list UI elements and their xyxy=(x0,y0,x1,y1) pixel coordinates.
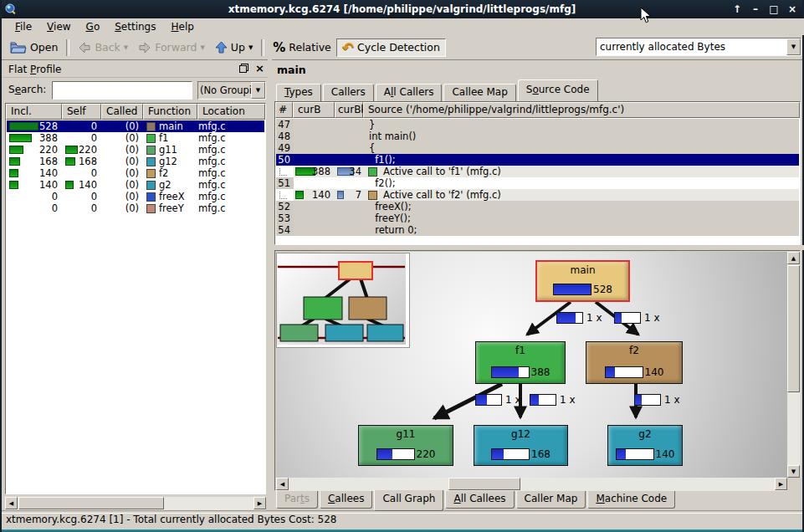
table-row-freeX[interactable]: 0 0 (0) freeX mfg.c xyxy=(7,191,264,202)
source-line[interactable]: 52 freeX(); xyxy=(276,201,799,212)
menu-file[interactable]: File xyxy=(8,20,38,33)
tab-parts[interactable]: Parts xyxy=(276,491,318,509)
menu-help[interactable]: Help xyxy=(164,20,200,33)
up-button[interactable]: Up ▼ xyxy=(210,38,258,57)
column-header-line[interactable]: # xyxy=(275,102,293,118)
graph-node-f1[interactable]: f1 388 xyxy=(475,341,566,384)
source-line[interactable]: 49 { xyxy=(276,142,799,154)
tab-source-code[interactable]: Source Code xyxy=(518,79,598,101)
column-header-self[interactable]: Self xyxy=(62,104,101,120)
tab-caller-map[interactable]: Caller Map xyxy=(516,491,586,509)
table-row-g2[interactable]: 140 140 (0) g2 mfg.c xyxy=(7,179,264,191)
cycle-detection-toggle-button[interactable]: ↶ Cycle Detection xyxy=(336,38,446,57)
tab-callers[interactable]: Callers xyxy=(323,84,374,101)
close-dock-icon[interactable]: × xyxy=(255,64,264,73)
shade-button[interactable]: ↑ xyxy=(730,3,744,15)
self-bar xyxy=(65,146,78,154)
graph-node-main[interactable]: main 528 xyxy=(535,260,630,302)
source-line[interactable]: 51 f2(); xyxy=(276,177,799,189)
function-color-icon xyxy=(368,167,377,176)
event-type-select[interactable]: currently allocated Bytes ▼ xyxy=(596,38,801,56)
table-row-g11[interactable]: 220 220 (0) g11 mfg.c xyxy=(7,144,264,156)
maximize-button[interactable]: □ xyxy=(767,3,781,15)
source-line[interactable]: 47 } xyxy=(276,119,799,130)
column-header-location[interactable]: Location xyxy=(197,104,265,120)
tab-callee-map[interactable]: Callee Map xyxy=(443,84,515,101)
table-row-main[interactable]: 528 0 (0) main mfg.c xyxy=(7,120,264,132)
column-header-called[interactable]: Called xyxy=(101,104,143,120)
column-header-incl[interactable]: Incl. xyxy=(6,104,62,120)
scrollbar-thumb[interactable] xyxy=(787,265,800,392)
source-call-row[interactable]: 388 34 Active call to 'f1' (mfg.c) xyxy=(276,166,799,177)
column-header-function[interactable]: Function xyxy=(143,104,197,120)
source-line[interactable]: 48 int main() xyxy=(276,130,799,142)
tree-branch-icon xyxy=(279,192,287,199)
open-button[interactable]: Open xyxy=(5,38,63,57)
scroll-left-icon[interactable]: ◀ xyxy=(5,497,18,509)
table-row-f1[interactable]: 388 0 (0) f1 mfg.c xyxy=(7,132,264,144)
flat-profile-hscrollbar[interactable]: ◀ ▶ xyxy=(5,497,266,510)
graph-node-g12[interactable]: g12 168 xyxy=(474,425,568,466)
vertical-splitter[interactable] xyxy=(268,59,272,511)
up-dropdown-icon[interactable]: ▼ xyxy=(248,43,253,52)
graph-node-f2[interactable]: f2 140 xyxy=(586,341,683,384)
back-dropdown-icon[interactable]: ▼ xyxy=(124,43,128,52)
column-header-curbk[interactable]: curBk xyxy=(335,102,363,118)
source-call-row[interactable]: 140 7 Active call to 'f2' (mfg.c) xyxy=(276,189,799,201)
scroll-right-icon[interactable]: ▶ xyxy=(775,478,787,490)
scroll-down-icon[interactable]: ▼ xyxy=(787,465,800,478)
table-row-freeY[interactable]: 0 0 (0) freeY mfg.c xyxy=(7,202,264,214)
menu-go[interactable]: Go xyxy=(79,20,107,33)
menu-settings[interactable]: Settings xyxy=(108,20,162,33)
menu-bar: File View Go Settings Help xyxy=(2,18,804,35)
tab-types[interactable]: Types xyxy=(276,84,321,101)
search-input[interactable] xyxy=(52,81,192,100)
scroll-left-icon[interactable]: ◀ xyxy=(276,478,289,490)
source-line[interactable]: 54 return 0; xyxy=(276,224,799,236)
grouping-dropdown-icon[interactable]: ▼ xyxy=(251,82,265,99)
minimize-button[interactable]: – xyxy=(749,3,762,15)
call-graph-canvas[interactable]: main 528 f1 388 f2 140 g11 220 g12 168 g… xyxy=(276,252,787,478)
close-button[interactable]: × xyxy=(786,3,799,15)
scrollbar-thumb[interactable] xyxy=(448,478,520,490)
graph-node-g2[interactable]: g2 140 xyxy=(607,425,683,466)
column-header-curb[interactable]: curB xyxy=(293,102,335,118)
node-cost-value: 168 xyxy=(531,448,551,460)
scroll-up-icon[interactable]: ▲ xyxy=(787,252,800,264)
table-row-g12[interactable]: 168 168 (0) g12 mfg.c xyxy=(7,156,264,167)
float-dock-icon[interactable] xyxy=(239,64,248,73)
scrollbar-thumb[interactable] xyxy=(18,497,164,509)
forward-button[interactable]: Forward ▼ xyxy=(133,38,210,57)
table-row-f2[interactable]: 140 0 (0) f2 mfg.c xyxy=(7,167,264,179)
title-bar[interactable]: xtmemory.kcg.6274 [/home/philippe/valgri… xyxy=(2,0,802,18)
source-line-selected[interactable]: 50 f1(); xyxy=(276,154,799,166)
event-type-dropdown-icon[interactable]: ▼ xyxy=(786,38,801,55)
graph-vscrollbar[interactable]: ▲ ▼ xyxy=(787,252,801,478)
graph-overview-drawing xyxy=(277,253,406,345)
function-color-icon xyxy=(146,192,156,202)
tab-all-callers[interactable]: All Callers xyxy=(376,84,443,101)
self-bar xyxy=(65,181,74,189)
node-label: g12 xyxy=(474,428,567,440)
back-button[interactable]: Back ▼ xyxy=(73,38,133,57)
source-line[interactable]: 53 freeY(); xyxy=(276,212,799,224)
search-label: Search: xyxy=(8,84,46,95)
dock-title-bar[interactable]: Flat Profile × xyxy=(3,61,268,78)
incl-bar xyxy=(9,134,32,142)
relative-toggle-button[interactable]: % Relative xyxy=(268,38,335,57)
graph-overview[interactable] xyxy=(277,253,409,347)
graph-hscrollbar[interactable]: ◀ ▶ xyxy=(276,478,787,491)
menu-view[interactable]: View xyxy=(40,20,77,33)
node-label: g11 xyxy=(359,428,453,440)
column-header-source[interactable]: Source ('/home/philippe/valgrind/littlep… xyxy=(363,102,800,118)
tab-all-callees[interactable]: All Callees xyxy=(445,491,514,509)
tab-call-graph[interactable]: Call Graph xyxy=(374,490,443,511)
grouping-select[interactable]: (No Grouping) ▼ xyxy=(197,81,266,100)
graph-node-g11[interactable]: g11 220 xyxy=(358,425,453,466)
scroll-right-icon[interactable]: ▶ xyxy=(253,497,266,509)
tab-callees[interactable]: Callees xyxy=(320,491,372,509)
tab-machine-code[interactable]: Machine Code xyxy=(587,491,675,509)
toolbar-separator xyxy=(261,39,264,56)
forward-dropdown-icon[interactable]: ▼ xyxy=(200,43,204,52)
edge-cost-bar xyxy=(556,312,583,324)
